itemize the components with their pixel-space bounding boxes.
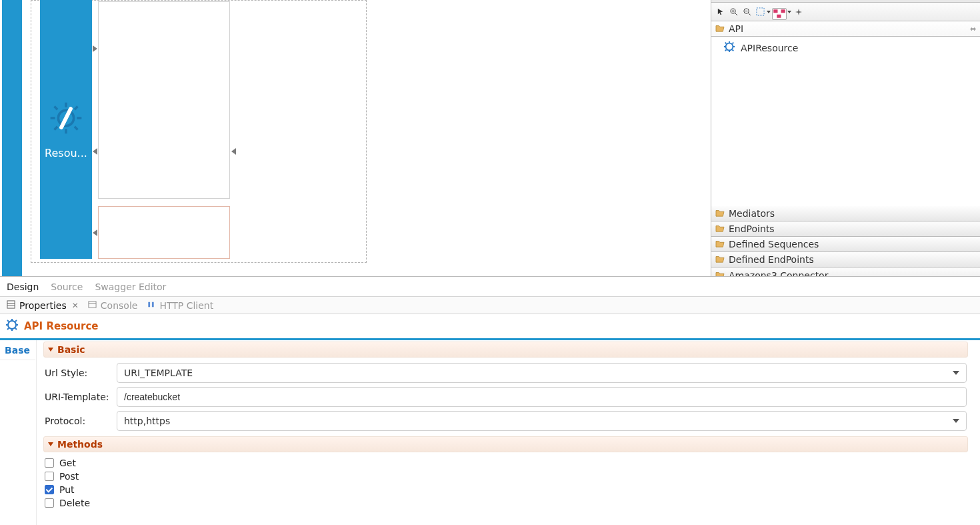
section-methods-header[interactable]: Methods bbox=[43, 436, 968, 452]
palette-item-label: APIResource bbox=[741, 43, 798, 53]
method-post-row[interactable]: Post bbox=[45, 471, 967, 482]
checkbox-put[interactable] bbox=[45, 485, 54, 494]
checkbox-get[interactable] bbox=[45, 458, 54, 468]
properties-title: API Resource bbox=[0, 314, 980, 338]
console-tab-icon bbox=[88, 300, 97, 311]
method-put-row[interactable]: Put bbox=[45, 484, 967, 495]
close-icon[interactable]: ✕ bbox=[72, 301, 79, 310]
tab-source[interactable]: Source bbox=[49, 278, 84, 296]
canvas-left-bar bbox=[2, 0, 22, 276]
collapse-icon bbox=[48, 442, 53, 446]
zoom-in-button[interactable] bbox=[727, 6, 739, 18]
chevron-down-icon bbox=[953, 371, 959, 375]
palette-title-bar bbox=[711, 0, 980, 3]
drawer-pin-icon[interactable]: ⇔ bbox=[970, 25, 976, 33]
api-resource-icon bbox=[5, 318, 19, 334]
method-label: Get bbox=[59, 458, 76, 468]
section-title: Basic bbox=[57, 344, 85, 355]
palette-drawer-api[interactable]: API ⇔ bbox=[711, 21, 980, 37]
protocol-select[interactable]: http,https bbox=[117, 411, 967, 431]
arrow-out-end-icon bbox=[231, 148, 236, 155]
svg-line-7 bbox=[748, 13, 751, 15]
url-style-value: URI_TEMPLATE bbox=[124, 368, 193, 378]
drawer-label: EndPoints bbox=[729, 223, 775, 234]
side-tab-base[interactable]: Base bbox=[0, 340, 36, 360]
tab-label: Console bbox=[101, 300, 138, 311]
api-resource-icon bbox=[723, 41, 735, 55]
arrow-in-icon bbox=[93, 45, 97, 52]
method-label: Post bbox=[59, 471, 79, 482]
tab-label: Properties bbox=[19, 300, 67, 311]
svg-point-19 bbox=[8, 321, 16, 329]
palette-item-apiresource[interactable]: APIResource bbox=[711, 37, 980, 59]
palette-drawer-defined-sequences[interactable]: Defined Sequences bbox=[711, 237, 980, 252]
checkbox-delete[interactable] bbox=[45, 498, 54, 508]
palette-filter-button[interactable] bbox=[793, 6, 805, 18]
url-style-select[interactable]: URI_TEMPLATE bbox=[117, 363, 967, 383]
palette-drawer-endpoints[interactable]: EndPoints bbox=[711, 221, 980, 237]
chevron-down-icon bbox=[953, 419, 959, 423]
properties-side-tabs: Base bbox=[0, 340, 37, 525]
tab-http-client[interactable]: HTTP Client bbox=[147, 300, 213, 311]
editor-mode-tabs: Design Source Swagger Editor bbox=[0, 277, 980, 297]
drawer-label: Amazons3 Connector bbox=[729, 270, 828, 277]
svg-rect-12 bbox=[777, 15, 781, 18]
tab-swagger-editor[interactable]: Swagger Editor bbox=[93, 278, 167, 296]
palette-toolbar bbox=[711, 3, 980, 21]
palette-drawer-defined-endpoints[interactable]: Defined EndPoints bbox=[711, 252, 980, 268]
palette-panel: API ⇔ APIResource Mediators bbox=[711, 0, 980, 276]
properties-title-text: API Resource bbox=[24, 320, 99, 332]
drawer-label: Mediators bbox=[729, 208, 775, 219]
uri-template-input-wrap bbox=[117, 387, 967, 407]
uri-template-label: URI-Template: bbox=[45, 392, 111, 402]
svg-rect-11 bbox=[781, 9, 785, 13]
tab-label: HTTP Client bbox=[159, 300, 213, 311]
svg-rect-9 bbox=[756, 8, 763, 15]
section-basic-header[interactable]: Basic bbox=[43, 342, 968, 358]
api-resource-node[interactable]: Resou... bbox=[40, 0, 92, 259]
method-delete-row[interactable]: Delete bbox=[45, 498, 967, 508]
http-client-tab-icon bbox=[147, 300, 155, 311]
properties-tab-icon bbox=[7, 300, 15, 311]
palette-drawer-mediators[interactable]: Mediators bbox=[711, 206, 980, 221]
url-style-label: Url Style: bbox=[45, 368, 111, 378]
svg-rect-17 bbox=[89, 301, 96, 307]
marquee-dropdown[interactable] bbox=[754, 6, 771, 18]
folder-open-icon bbox=[715, 23, 725, 34]
layout-dropdown[interactable] bbox=[772, 6, 791, 18]
svg-line-3 bbox=[735, 13, 737, 15]
protocol-label: Protocol: bbox=[45, 416, 111, 426]
folder-icon bbox=[715, 208, 725, 219]
tab-console[interactable]: Console bbox=[88, 300, 138, 311]
arrow-out-icon bbox=[93, 148, 97, 155]
arrow-fault-icon bbox=[93, 229, 97, 236]
method-label: Delete bbox=[59, 498, 90, 508]
palette-drawer-amazons3-connector[interactable]: Amazons3 Connector bbox=[711, 268, 980, 276]
svg-rect-14 bbox=[7, 300, 15, 308]
protocol-value: http,https bbox=[124, 416, 170, 426]
svg-rect-10 bbox=[773, 9, 777, 13]
folder-icon bbox=[715, 223, 725, 234]
method-label: Put bbox=[59, 484, 75, 495]
design-canvas[interactable]: Resou... bbox=[0, 0, 711, 276]
uri-template-input[interactable] bbox=[124, 392, 959, 402]
bottom-panel-tabs: Properties ✕ Console HTTP Client bbox=[0, 297, 980, 314]
folder-icon bbox=[715, 254, 725, 265]
drawer-label: API bbox=[729, 23, 743, 34]
drawer-label: Defined EndPoints bbox=[729, 254, 814, 265]
checkbox-post[interactable] bbox=[45, 472, 54, 481]
tab-properties[interactable]: Properties ✕ bbox=[7, 300, 79, 311]
folder-icon bbox=[715, 239, 725, 249]
drawer-label: Defined Sequences bbox=[729, 239, 819, 249]
collapse-icon bbox=[48, 348, 53, 352]
select-tool-button[interactable] bbox=[714, 6, 726, 18]
resource-node-label: Resou... bbox=[45, 147, 87, 159]
tab-design[interactable]: Design bbox=[5, 278, 40, 296]
svg-point-13 bbox=[726, 43, 733, 51]
method-get-row[interactable]: Get bbox=[45, 458, 967, 468]
section-title: Methods bbox=[57, 439, 103, 450]
gear-slash-icon bbox=[47, 99, 85, 139]
in-sequence-dropzone[interactable] bbox=[98, 1, 230, 199]
fault-sequence-dropzone[interactable] bbox=[98, 206, 230, 259]
zoom-out-button[interactable] bbox=[741, 6, 753, 18]
